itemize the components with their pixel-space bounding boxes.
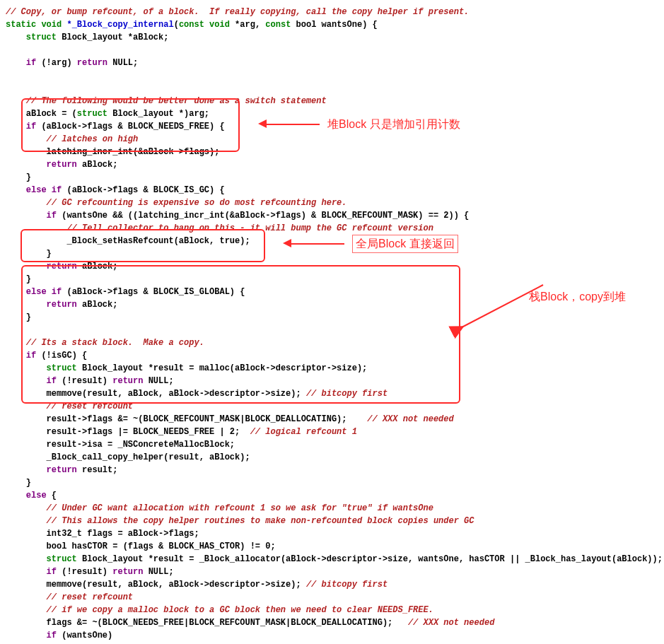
kw: struct bbox=[47, 554, 77, 564]
kw: else bbox=[26, 287, 47, 297]
comment: // latches on high bbox=[6, 134, 138, 144]
code: result->flags |= BLOCK_NEEDS_FREE | 2; bbox=[6, 427, 250, 437]
code: result->flags &= ~(BLOCK_REFCOUNT_MASK|B… bbox=[6, 414, 367, 424]
comment: // bitcopy first bbox=[306, 389, 388, 399]
comment: // Tell collector to hang on this - it w… bbox=[6, 223, 433, 233]
code: _Block_setHasRefcount(aBlock, true); bbox=[6, 236, 250, 246]
code: } bbox=[6, 249, 52, 259]
code: flags &= ~(BLOCK_NEEDS_FREE|BLOCK_REFCOU… bbox=[6, 618, 408, 628]
comment: // logical refcount 1 bbox=[250, 427, 357, 437]
kw: if bbox=[47, 211, 57, 221]
comment: // GC refcounting is expensive so do mos… bbox=[6, 198, 346, 208]
code: } bbox=[6, 172, 31, 182]
kw: static bbox=[6, 20, 36, 30]
code: } bbox=[6, 312, 31, 322]
code: memmove(result, aBlock, aBlock->descript… bbox=[6, 389, 306, 399]
code: aBlock; bbox=[77, 300, 118, 310]
code: result; bbox=[77, 465, 118, 475]
comment: // XXX not needed bbox=[408, 618, 494, 628]
kw: const bbox=[179, 20, 204, 30]
kw: if bbox=[47, 567, 57, 577]
kw: const bbox=[265, 20, 291, 30]
kw: return bbox=[112, 567, 143, 577]
code: int32_t flags = aBlock->flags; bbox=[6, 529, 199, 539]
comment: // reset refcount bbox=[6, 592, 133, 602]
kw: return bbox=[77, 58, 107, 68]
kw: void bbox=[209, 20, 230, 30]
code: aBlock; bbox=[77, 262, 118, 271]
kw: if bbox=[26, 58, 36, 68]
code bbox=[6, 58, 26, 68]
code: bool hasCTOR = (flags & BLOCK_HAS_CTOR) … bbox=[6, 541, 276, 551]
code: memmove(result, aBlock, aBlock->descript… bbox=[6, 580, 306, 590]
code: (aBlock->flags & BLOCK_IS_GLOBAL) { bbox=[62, 287, 245, 297]
comment: // reset refcount bbox=[6, 402, 133, 411]
code: result->isa = _NSConcreteMallocBlock; bbox=[6, 440, 235, 450]
source-code: // Copy, or bump refcount, of a block. I… bbox=[6, 6, 658, 644]
comment: // if we copy a malloc block to a GC blo… bbox=[6, 605, 433, 615]
code: (!isGC) { bbox=[36, 351, 87, 361]
code: (!result) bbox=[57, 376, 112, 386]
code-block: // Copy, or bump refcount, of a block. I… bbox=[6, 6, 658, 644]
func-name: *_Block_copy_internal bbox=[62, 20, 173, 30]
code: *arg, bbox=[230, 20, 265, 30]
code: aBlock = ( bbox=[6, 109, 77, 119]
kw: void bbox=[41, 20, 62, 30]
kw: else bbox=[26, 185, 47, 195]
code: NULL; bbox=[107, 58, 138, 68]
kw: if bbox=[47, 631, 57, 640]
comment: // Its a stack block. Make a copy. bbox=[6, 338, 204, 348]
code: Block_layout *)arg; bbox=[107, 109, 209, 119]
code: (wantsOne && ((latching_incr_int(&aBlock… bbox=[57, 211, 469, 221]
code: { bbox=[47, 491, 57, 500]
code: ( bbox=[174, 20, 179, 30]
code: _Block_call_copy_helper(result, aBlock); bbox=[6, 452, 250, 462]
kw: struct bbox=[77, 109, 107, 119]
code: latching_incr_int(&aBlock->flags); bbox=[6, 147, 219, 157]
code: (!result) bbox=[57, 567, 112, 577]
kw: return bbox=[112, 376, 143, 386]
comment: // Under GC want allocation with refcoun… bbox=[6, 503, 433, 513]
kw: if bbox=[52, 287, 62, 297]
kw: struct bbox=[47, 363, 77, 373]
code: NULL; bbox=[143, 567, 173, 577]
kw: if bbox=[47, 376, 57, 386]
code: } bbox=[6, 478, 31, 488]
code: NULL; bbox=[143, 376, 173, 386]
comment: // XXX not needed bbox=[367, 414, 453, 424]
kw: if bbox=[52, 185, 62, 195]
code: Block_layout *aBlock; bbox=[57, 33, 168, 42]
code: (aBlock->flags & BLOCK_NEEDS_FREE) { bbox=[36, 122, 224, 131]
comment: // Copy, or bump refcount, of a block. I… bbox=[6, 7, 469, 17]
code: bool wantsOne) { bbox=[291, 20, 377, 30]
code: } bbox=[6, 274, 31, 284]
code: (!arg) bbox=[36, 58, 77, 68]
code: Block_layout *result = _Block_allocator(… bbox=[77, 554, 663, 564]
kw: struct bbox=[26, 33, 57, 42]
comment: // This allows the copy helper routines … bbox=[6, 516, 474, 526]
kw: return bbox=[47, 465, 77, 475]
kw: return bbox=[47, 262, 77, 271]
kw: return bbox=[47, 300, 77, 310]
kw: else bbox=[26, 491, 47, 500]
code: Block_layout *result = malloc(aBlock->de… bbox=[77, 363, 367, 373]
kw: if bbox=[26, 351, 36, 361]
comment: // bitcopy first bbox=[306, 580, 388, 590]
kw: if bbox=[26, 122, 36, 131]
comment: // The following would be better done as… bbox=[6, 96, 327, 106]
kw: return bbox=[47, 160, 77, 170]
code: aBlock; bbox=[77, 160, 118, 170]
code: (wantsOne) bbox=[57, 631, 112, 640]
code: (aBlock->flags & BLOCK_IS_GC) { bbox=[62, 185, 224, 195]
